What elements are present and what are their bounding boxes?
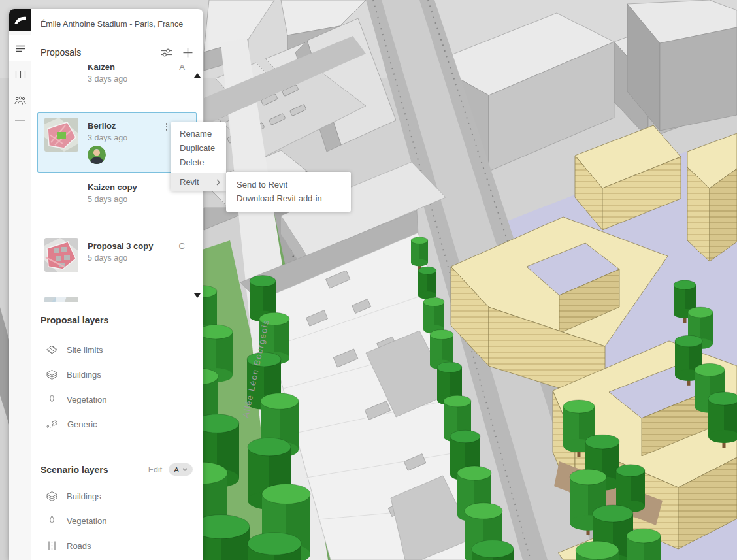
item-options-kebab-icon[interactable] <box>162 121 171 133</box>
proposal-thumbnail <box>44 118 78 152</box>
navigation-rail <box>9 9 31 560</box>
layer-label: Vegetation <box>67 516 106 526</box>
user-avatar <box>88 146 106 164</box>
filter-sliders-icon[interactable] <box>161 48 172 57</box>
proposal-item-proposal-3-copy[interactable]: Proposal 3 copy 5 days ago C <box>31 233 203 291</box>
scenario-layers-heading: Scenario layers <box>41 465 108 475</box>
vegetation-icon <box>46 515 58 527</box>
rail-divider <box>15 120 25 121</box>
menu-item-duplicate[interactable]: Duplicate <box>171 141 226 156</box>
edit-scenario-button[interactable]: Edit <box>148 465 163 474</box>
layer-site-limits[interactable]: Site limits <box>31 337 203 362</box>
layer-label: Site limits <box>67 345 103 355</box>
menu-item-send-to-revit[interactable]: Send to Revit <box>226 178 351 191</box>
menu-item-download-revit-addin[interactable]: Download Revit add-in <box>226 191 351 205</box>
proposals-panel-icon <box>15 44 25 53</box>
proposals-heading: Proposals <box>41 47 81 58</box>
menu-item-delete[interactable]: Delete <box>171 156 226 170</box>
roads-icon <box>46 540 58 551</box>
panel-content: Émile Anthoine Stadium - Paris, France P… <box>31 9 203 560</box>
buildings-icon <box>46 491 58 502</box>
chevron-right-icon <box>216 179 220 186</box>
proposal-name: Kaizen copy <box>88 182 137 192</box>
proposal-date: 3 days ago <box>88 74 127 84</box>
left-panel: Émile Anthoine Stadium - Paris, France P… <box>9 9 203 560</box>
proposal-thumbnail <box>44 65 78 93</box>
proposal-date: 3 days ago <box>88 133 127 142</box>
proposal-name: Proposal 3 copy <box>88 241 153 251</box>
layer-label: Buildings <box>67 370 101 380</box>
scenario-badge: A <box>174 466 179 474</box>
rail-tab-library[interactable] <box>9 61 31 88</box>
layer-label: Generic <box>67 420 97 429</box>
proposal-thumbnail <box>44 238 78 272</box>
rail-tab-proposals[interactable] <box>9 35 31 61</box>
proposal-item-proposal-5[interactable]: Proposal 5 7 days ago J <box>31 291 203 302</box>
generic-icon <box>46 419 59 430</box>
avatar-letter: A <box>179 65 185 72</box>
section-divider <box>41 450 194 450</box>
menu-item-rename[interactable]: Rename <box>171 127 226 141</box>
layer-label: Buildings <box>67 491 101 501</box>
scenario-layers-header: Scenario layers Edit A <box>31 463 203 476</box>
project-title: Émile Anthoine Stadium - Paris, France <box>31 9 203 39</box>
scenario-layer-vegetation[interactable]: Vegetation <box>31 508 203 533</box>
proposal-date: 5 days ago <box>88 195 137 204</box>
avatar-letter: J <box>181 300 186 302</box>
menu-item-revit[interactable]: Revit <box>171 173 226 191</box>
avatar-letter: C <box>179 241 185 251</box>
scroll-down-arrow[interactable] <box>194 293 201 298</box>
scenario-layer-buildings[interactable]: Buildings <box>31 484 203 508</box>
proposal-thumbnail <box>44 179 78 213</box>
site-limits-icon <box>46 344 58 355</box>
proposal-thumbnail <box>44 297 78 302</box>
proposal-context-menu: Rename Duplicate Delete Revit <box>171 122 226 191</box>
layer-buildings[interactable]: Buildings <box>31 362 203 387</box>
add-proposal-button[interactable] <box>183 48 193 58</box>
chevron-down-icon <box>182 468 188 471</box>
proposals-header: Proposals <box>31 39 203 65</box>
layer-vegetation[interactable]: Vegetation <box>31 387 203 412</box>
scenario-selector[interactable]: A <box>169 463 193 476</box>
layer-label: Vegetation <box>67 395 106 404</box>
scroll-up-arrow[interactable] <box>194 73 201 78</box>
proposal-name: Berlioz <box>88 121 127 131</box>
rail-tab-collaborate[interactable] <box>9 88 31 114</box>
library-book-icon <box>15 70 26 79</box>
layer-generic[interactable]: Generic <box>31 412 203 436</box>
proposal-name: Proposal 5 <box>88 300 131 302</box>
vegetation-icon <box>46 393 58 405</box>
buildings-icon <box>46 369 58 380</box>
layer-label: Roads <box>67 541 91 551</box>
proposal-item-clipped[interactable]: Kaizen 3 days ago A <box>31 65 203 112</box>
proposal-name: Kaizen <box>88 65 127 72</box>
scenario-layer-roads[interactable]: Roads <box>31 533 203 558</box>
proposal-date: 5 days ago <box>88 254 153 263</box>
proposal-layers-heading: Proposal layers <box>31 315 203 325</box>
revit-submenu: Send to Revit Download Revit add-in <box>226 172 351 212</box>
forma-logo[interactable] <box>9 9 31 31</box>
people-icon <box>14 96 26 105</box>
revit-label: Revit <box>180 177 199 187</box>
